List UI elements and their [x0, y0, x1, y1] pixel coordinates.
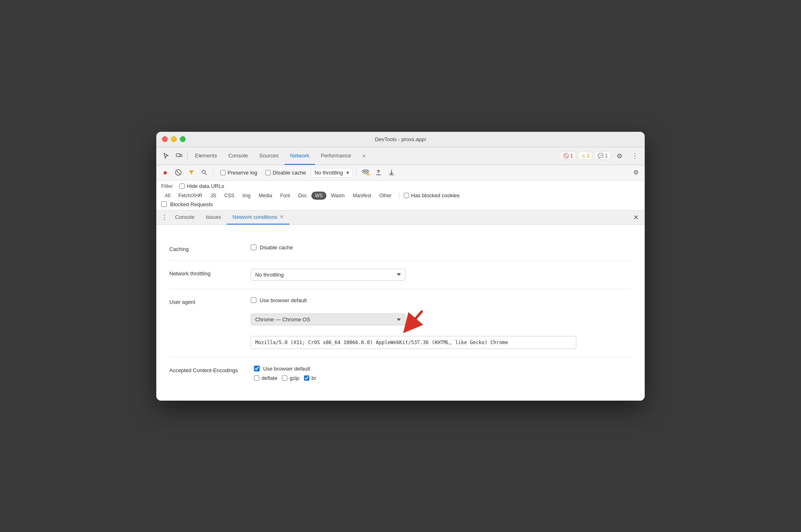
gzip-encoding-label[interactable]: gzip [282, 375, 299, 381]
network-settings-icon[interactable]: ⚙ [630, 167, 641, 178]
filter-type-wasm[interactable]: Wasm [327, 192, 348, 200]
network-throttling-section: Network throttling No throttling Fast 3G… [169, 261, 632, 289]
tab-more[interactable]: » [357, 147, 371, 165]
filter-separator [399, 192, 400, 199]
filter-label: Filter [161, 183, 173, 189]
svg-line-5 [205, 173, 207, 175]
search-icon[interactable] [199, 167, 210, 178]
blocked-requests-checkbox[interactable] [161, 201, 167, 207]
filter-type-manifest[interactable]: Manifest [349, 192, 375, 200]
caching-section: Caching Disable cache [169, 236, 632, 261]
filter-type-doc[interactable]: Doc [294, 192, 310, 200]
record-button[interactable]: ● [160, 167, 171, 178]
has-blocked-cookies-label[interactable]: Has blocked cookies [404, 192, 460, 198]
bottom-tabs-bar: ⋮ Console Issues Network conditions ✕ ✕ [156, 210, 645, 225]
disable-cache-checkbox[interactable] [265, 170, 271, 175]
bottom-tab-close-icon[interactable]: ✕ [280, 214, 284, 220]
caching-control: Disable cache [251, 244, 632, 251]
filter-type-media[interactable]: Media [255, 192, 276, 200]
filter-bar: Filter Hide data URLs All Fetch/XHR JS C… [156, 181, 645, 210]
throttling-select[interactable]: No throttling Fast 3G Slow 3G Offline [251, 269, 405, 281]
device-toggle-icon[interactable] [173, 149, 186, 162]
gzip-checkbox[interactable] [282, 375, 287, 381]
hide-data-urls-label[interactable]: Hide data URLs [179, 183, 224, 189]
maximize-button[interactable] [180, 136, 186, 142]
devtools-window: DevTools - proxx.app/ Elements Console S… [156, 132, 645, 401]
filter-icon[interactable] [186, 167, 197, 178]
panel-close-icon[interactable]: ✕ [630, 211, 641, 223]
encodings-section: Accepted Content-Encodings Use browser d… [169, 358, 632, 389]
bottom-tab-network-conditions[interactable]: Network conditions ✕ [227, 210, 289, 225]
traffic-lights [162, 136, 186, 142]
error-icon: 🚫 [563, 153, 569, 159]
blocked-requests-label[interactable]: Blocked Requests [161, 201, 213, 207]
clear-button[interactable] [173, 167, 184, 178]
filter-types: All Fetch/XHR JS CSS Img Media Font Doc … [161, 192, 395, 200]
more-options-icon[interactable]: ⋮ [628, 149, 641, 162]
message-icon: 💬 [597, 153, 604, 159]
svg-rect-9 [389, 174, 394, 175]
bottom-tabs-more-icon[interactable]: ⋮ [160, 212, 169, 222]
encodings-browser-default-label[interactable]: Use browser default [254, 366, 316, 372]
warning-count: 2 [587, 153, 590, 159]
has-blocked-cookies-checkbox[interactable] [404, 193, 409, 198]
disable-cache-label[interactable]: Disable cache [262, 170, 309, 176]
ua-browser-default-label[interactable]: Use browser default [251, 297, 632, 303]
filter-type-font[interactable]: Font [276, 192, 293, 200]
tab-network[interactable]: Network [285, 147, 315, 165]
throttle-select[interactable]: No throttling ▾ [311, 168, 353, 177]
deflate-encoding-label[interactable]: deflate [254, 375, 277, 381]
ua-string-input[interactable] [251, 336, 576, 349]
br-checkbox[interactable] [304, 375, 309, 381]
tab-separator-1 [187, 152, 188, 160]
cursor-icon[interactable] [160, 149, 173, 162]
hide-data-urls-checkbox[interactable] [179, 183, 185, 189]
network-throttling-label: Network throttling [169, 269, 234, 277]
filter-type-js[interactable]: JS [207, 192, 220, 200]
preserve-log-label[interactable]: Preserve log [217, 170, 260, 176]
svg-text:⚙: ⚙ [368, 173, 369, 175]
filter-type-ws[interactable]: WS [311, 192, 326, 200]
tab-performance[interactable]: Performance [315, 147, 357, 165]
disable-cache-section-label[interactable]: Disable cache [251, 244, 632, 251]
settings-gear-icon[interactable]: ⚙ [613, 149, 626, 162]
filter-type-fetch-xhr[interactable]: Fetch/XHR [175, 192, 206, 200]
window-title: DevTools - proxx.app/ [375, 136, 426, 142]
bottom-tab-console[interactable]: Console [169, 210, 200, 225]
warning-icon: ⚠ [581, 153, 586, 159]
filter-type-all[interactable]: All [161, 192, 174, 200]
user-agent-section: User agent Use browser default Chrome — … [169, 289, 632, 358]
tab-console[interactable]: Console [223, 147, 254, 165]
encodings-control: Use browser default deflate gzip br [254, 366, 316, 381]
message-badge[interactable]: 💬 1 [595, 152, 611, 160]
user-agent-control: Use browser default Chrome — Chrome OS C… [251, 297, 632, 349]
upload-har-icon[interactable] [373, 167, 384, 178]
tab-elements[interactable]: Elements [189, 147, 223, 165]
preserve-log-checkbox[interactable] [220, 170, 225, 175]
user-agent-select[interactable]: Chrome — Chrome OS Chrome — Windows Chro… [251, 314, 405, 325]
encodings-browser-default-checkbox[interactable] [254, 366, 260, 371]
ua-browser-default-checkbox[interactable] [251, 297, 256, 303]
devtools-tabs-bar: Elements Console Sources Network Perform… [156, 147, 645, 165]
minimize-button[interactable] [171, 136, 177, 142]
red-arrow-annotation [401, 307, 430, 332]
caching-label: Caching [169, 244, 234, 252]
close-button[interactable] [162, 136, 168, 142]
filter-type-other[interactable]: Other [376, 192, 395, 200]
disable-cache-section-checkbox[interactable] [251, 244, 256, 250]
error-count: 1 [570, 153, 573, 159]
deflate-checkbox[interactable] [254, 375, 259, 381]
error-badge[interactable]: 🚫 1 [560, 152, 576, 160]
encodings-label: Accepted Content-Encodings [169, 366, 238, 373]
tab-sources[interactable]: Sources [254, 147, 285, 165]
bottom-tab-issues[interactable]: Issues [200, 210, 227, 225]
wifi-icon[interactable]: ⚙ [360, 167, 371, 178]
br-encoding-label[interactable]: br [304, 375, 316, 381]
deflate-label: deflate [261, 375, 277, 381]
user-agent-select-wrapper: Chrome — Chrome OS Chrome — Windows Chro… [251, 314, 405, 325]
filter-type-css[interactable]: CSS [221, 192, 238, 200]
warning-badge[interactable]: ⚠ 2 [578, 152, 593, 160]
svg-rect-1 [180, 155, 182, 157]
download-har-icon[interactable] [386, 167, 397, 178]
filter-type-img[interactable]: Img [239, 192, 254, 200]
